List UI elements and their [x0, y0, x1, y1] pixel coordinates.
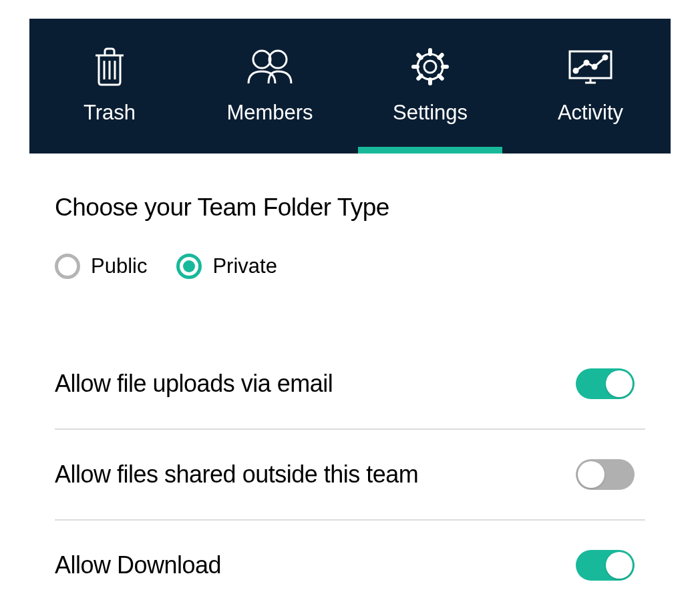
toggle-email-uploads[interactable] — [576, 368, 635, 399]
svg-point-10 — [574, 69, 578, 73]
tab-label: Members — [226, 101, 313, 125]
setting-label: Allow file uploads via email — [55, 370, 333, 398]
tab-label: Activity — [558, 101, 623, 125]
toggle-knob — [606, 552, 633, 579]
svg-point-3 — [253, 51, 271, 68]
radio-label: Public — [91, 254, 147, 278]
toggle-allow-download[interactable] — [576, 550, 635, 581]
radio-option-public[interactable]: Public — [55, 254, 147, 279]
radio-circle — [176, 254, 202, 279]
tab-trash[interactable]: Trash — [29, 19, 190, 154]
setting-row-share-outside: Allow files shared outside this team — [55, 430, 645, 521]
section-title: Choose your Team Folder Type — [55, 194, 645, 222]
members-icon — [246, 47, 294, 86]
tab-bar: Trash Members Settings — [29, 19, 671, 154]
activity-icon — [568, 47, 613, 86]
tab-label: Trash — [83, 101, 136, 125]
toggle-knob — [578, 461, 604, 488]
radio-circle — [55, 254, 80, 279]
tab-active-underline — [358, 147, 502, 154]
svg-point-11 — [584, 61, 588, 65]
svg-point-5 — [424, 61, 436, 73]
tab-activity[interactable]: Activity — [510, 19, 671, 154]
settings-content: Choose your Team Folder Type Public Priv… — [0, 154, 700, 606]
svg-point-4 — [269, 51, 287, 68]
toggle-share-outside[interactable] — [576, 459, 635, 490]
setting-label: Allow Download — [55, 551, 221, 579]
tab-label: Settings — [393, 101, 468, 125]
radio-option-private[interactable]: Private — [176, 254, 277, 279]
svg-point-6 — [417, 54, 443, 79]
trash-icon — [94, 47, 125, 86]
radio-label: Private — [212, 254, 277, 278]
setting-row-allow-download: Allow Download — [55, 521, 645, 606]
folder-type-radio-group: Public Private — [55, 254, 645, 279]
svg-point-13 — [603, 55, 607, 59]
tab-members[interactable]: Members — [190, 19, 350, 154]
setting-row-email-uploads: Allow file uploads via email — [55, 339, 645, 430]
toggle-knob — [606, 370, 633, 397]
tab-settings[interactable]: Settings — [350, 19, 510, 154]
setting-label: Allow files shared outside this team — [55, 461, 418, 489]
settings-icon — [411, 47, 450, 86]
svg-point-12 — [592, 65, 596, 69]
